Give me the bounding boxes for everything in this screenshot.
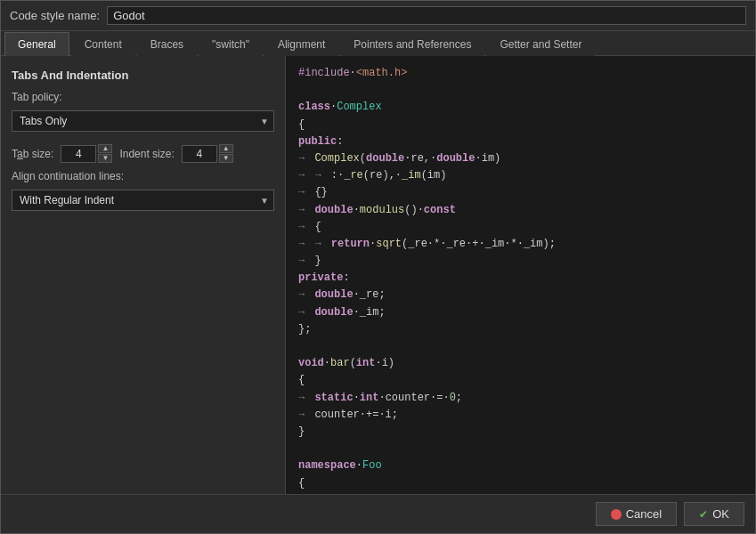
- code-line: [298, 441, 743, 457]
- code-line: → → :·_re(re),·_im(im): [298, 167, 743, 184]
- code-line: private:: [298, 270, 743, 287]
- code-line: namespace·Bar: [298, 492, 743, 494]
- code-line: }: [298, 424, 743, 441]
- title-row: Code style name:: [1, 1, 755, 31]
- code-line: → double·_re;: [298, 287, 743, 303]
- code-line: };: [298, 321, 743, 338]
- tab-switch[interactable]: "switch": [199, 32, 263, 56]
- code-line: void·bar(int·i): [298, 355, 743, 372]
- tab-size-label: Tab size:: [12, 148, 53, 160]
- tab-policy-row: Tab policy:: [12, 91, 274, 103]
- code-line: class·Complex: [298, 99, 743, 116]
- tab-size-down[interactable]: ▼: [98, 154, 112, 163]
- tab-general[interactable]: General: [4, 32, 69, 56]
- tab-policy-dropdown-wrapper: Tabs Only Spaces Only Mixed ▼: [12, 110, 274, 132]
- tab-size-buttons: ▲ ▼: [98, 144, 112, 163]
- align-row: Align continuation lines:: [12, 170, 274, 182]
- cancel-button[interactable]: Cancel: [596, 502, 677, 526]
- indent-size-buttons: ▲ ▼: [219, 144, 233, 163]
- code-line: → double·_im;: [298, 304, 743, 321]
- code-line: → }: [298, 253, 743, 270]
- code-line: public:: [298, 134, 743, 150]
- right-panel: #include·<math.h> class·Complex { public…: [286, 56, 755, 494]
- code-line: #include·<math.h>: [298, 65, 743, 82]
- tab-size-up[interactable]: ▲: [98, 144, 112, 153]
- code-line: → counter·+=·i;: [298, 407, 743, 424]
- main-content: Tabs And Indentation Tab policy: Tabs On…: [1, 56, 755, 494]
- code-line: → {: [298, 219, 743, 236]
- code-line: → static·int·counter·=·0;: [298, 390, 743, 407]
- indent-size-input[interactable]: [182, 145, 217, 163]
- tab-policy-select[interactable]: Tabs Only Spaces Only Mixed: [12, 110, 274, 132]
- align-dropdown-wrapper: With Regular Indent With Continuation In…: [12, 190, 274, 211]
- indent-size-up[interactable]: ▲: [219, 144, 233, 153]
- dialog: Code style name: General Content Braces …: [0, 0, 756, 534]
- ok-icon: ✔: [699, 508, 708, 521]
- footer: Cancel ✔ OK: [1, 494, 755, 533]
- indent-size-down[interactable]: ▼: [219, 154, 233, 163]
- tab-size-input[interactable]: [61, 145, 96, 163]
- cancel-icon: [611, 509, 622, 520]
- tab-pointers[interactable]: Pointers and References: [340, 32, 484, 56]
- tabs-row: General Content Braces "switch" Alignmen…: [1, 31, 755, 56]
- code-line: namespace·Foo: [298, 457, 743, 474]
- tab-size-spinbox: ▲ ▼: [61, 144, 112, 163]
- code-style-label: Code style name:: [10, 9, 100, 22]
- tab-braces[interactable]: Braces: [137, 32, 197, 56]
- ok-label: OK: [712, 507, 729, 521]
- code-line: → double·modulus()·const: [298, 202, 743, 219]
- cancel-label: Cancel: [626, 507, 662, 521]
- indent-size-label: Indent size:: [119, 148, 174, 160]
- ok-button[interactable]: ✔ OK: [684, 502, 744, 526]
- left-panel: Tabs And Indentation Tab policy: Tabs On…: [1, 56, 286, 494]
- code-line: → {}: [298, 184, 743, 201]
- code-line: → → return·sqrt(_re·*·_re·+·_im·*·_im);: [298, 236, 743, 253]
- indent-size-spinbox: ▲ ▼: [182, 144, 233, 163]
- section-title: Tabs And Indentation: [12, 69, 274, 82]
- tab-alignment[interactable]: Alignment: [264, 32, 338, 56]
- size-row: Tab size: ▲ ▼ Indent size: ▲: [12, 144, 274, 163]
- code-area[interactable]: #include·<math.h> class·Complex { public…: [286, 56, 755, 494]
- code-style-input[interactable]: [107, 6, 746, 25]
- code-line: {: [298, 117, 743, 134]
- tab-policy-label: Tab policy:: [12, 91, 62, 103]
- code-line: {: [298, 372, 743, 389]
- code-line: [298, 338, 743, 355]
- code-line: → Complex(double·re,·double·im): [298, 150, 743, 167]
- tab-content[interactable]: Content: [71, 32, 135, 56]
- tab-getter[interactable]: Getter and Setter: [486, 32, 595, 56]
- code-line: [298, 82, 743, 99]
- align-label: Align continuation lines:: [12, 170, 124, 182]
- align-select[interactable]: With Regular Indent With Continuation In…: [12, 190, 274, 211]
- code-line: {: [298, 475, 743, 492]
